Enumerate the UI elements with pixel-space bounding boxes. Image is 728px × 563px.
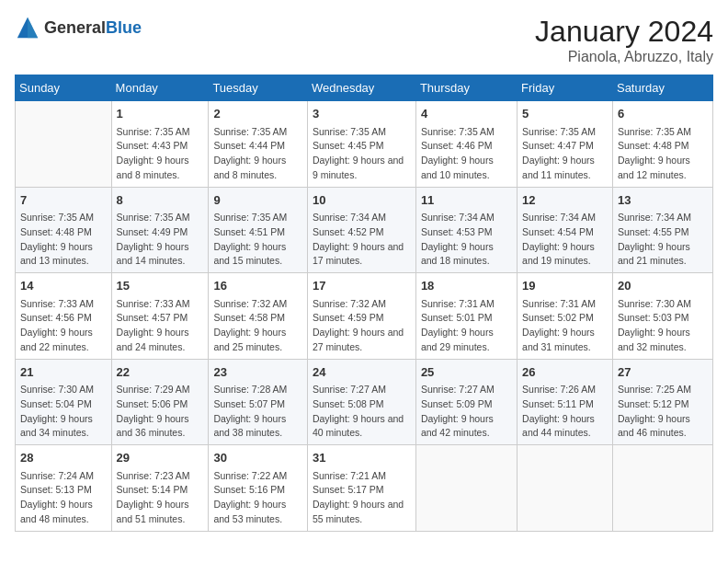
calendar-cell: 18Sunrise: 7:31 AMSunset: 5:01 PMDayligh… — [415, 273, 517, 360]
calendar-cell: 1Sunrise: 7:35 AMSunset: 4:43 PMDaylight… — [111, 101, 209, 188]
day-info: Sunrise: 7:35 AMSunset: 4:45 PMDaylight:… — [313, 125, 411, 183]
calendar-cell: 2Sunrise: 7:35 AMSunset: 4:44 PMDaylight… — [209, 101, 308, 188]
day-info: Sunrise: 7:32 AMSunset: 4:59 PMDaylight:… — [313, 297, 411, 355]
day-info: Sunrise: 7:34 AMSunset: 4:55 PMDaylight:… — [618, 211, 708, 269]
calendar-cell: 6Sunrise: 7:35 AMSunset: 4:48 PMDaylight… — [612, 101, 712, 188]
calendar-cell: 28Sunrise: 7:24 AMSunset: 5:13 PMDayligh… — [16, 445, 112, 532]
day-info: Sunrise: 7:26 AMSunset: 5:11 PMDaylight:… — [522, 383, 608, 441]
day-number: 3 — [313, 105, 411, 123]
day-number: 1 — [117, 105, 204, 123]
weekday-header-row: SundayMondayTuesdayWednesdayThursdayFrid… — [16, 75, 713, 101]
day-number: 17 — [313, 277, 411, 295]
weekday-header-saturday: Saturday — [612, 75, 712, 101]
location-title: Pianola, Abruzzo, Italy — [535, 49, 713, 65]
day-number: 24 — [313, 363, 411, 382]
day-number: 28 — [20, 449, 107, 467]
calendar-cell: 17Sunrise: 7:32 AMSunset: 4:59 PMDayligh… — [307, 273, 415, 360]
day-info: Sunrise: 7:35 AMSunset: 4:51 PMDaylight:… — [213, 211, 302, 269]
day-info: Sunrise: 7:33 AMSunset: 4:56 PMDaylight:… — [20, 297, 107, 355]
calendar-cell: 29Sunrise: 7:23 AMSunset: 5:14 PMDayligh… — [111, 445, 209, 532]
day-number: 16 — [213, 277, 302, 295]
day-info: Sunrise: 7:28 AMSunset: 5:07 PMDaylight:… — [213, 383, 302, 441]
calendar-cell: 4Sunrise: 7:35 AMSunset: 4:46 PMDaylight… — [415, 101, 517, 188]
logo-text-general: General — [44, 18, 106, 37]
calendar-cell: 5Sunrise: 7:35 AMSunset: 4:47 PMDaylight… — [518, 101, 613, 188]
day-info: Sunrise: 7:33 AMSunset: 4:57 PMDaylight:… — [117, 297, 204, 355]
calendar-cell: 26Sunrise: 7:26 AMSunset: 5:11 PMDayligh… — [518, 359, 613, 445]
day-number: 14 — [20, 277, 107, 295]
calendar-cell: 23Sunrise: 7:28 AMSunset: 5:07 PMDayligh… — [209, 359, 308, 445]
calendar-cell: 10Sunrise: 7:34 AMSunset: 4:52 PMDayligh… — [307, 187, 415, 273]
day-number: 29 — [117, 449, 204, 467]
day-info: Sunrise: 7:35 AMSunset: 4:43 PMDaylight:… — [117, 125, 204, 183]
calendar-cell — [415, 445, 517, 532]
day-number: 5 — [522, 105, 608, 123]
day-info: Sunrise: 7:29 AMSunset: 5:06 PMDaylight:… — [117, 383, 204, 441]
calendar-week-row: 1Sunrise: 7:35 AMSunset: 4:43 PMDaylight… — [16, 101, 713, 188]
day-number: 19 — [522, 277, 608, 295]
day-number: 23 — [213, 363, 302, 382]
calendar-cell: 30Sunrise: 7:22 AMSunset: 5:16 PMDayligh… — [209, 445, 308, 532]
calendar-cell: 11Sunrise: 7:34 AMSunset: 4:53 PMDayligh… — [415, 187, 517, 273]
weekday-header-thursday: Thursday — [415, 75, 517, 101]
calendar-cell: 16Sunrise: 7:32 AMSunset: 4:58 PMDayligh… — [209, 273, 308, 360]
svg-marker-1 — [28, 17, 38, 38]
day-info: Sunrise: 7:24 AMSunset: 5:13 PMDaylight:… — [20, 469, 107, 527]
day-info: Sunrise: 7:35 AMSunset: 4:47 PMDaylight:… — [522, 125, 608, 183]
calendar-cell: 25Sunrise: 7:27 AMSunset: 5:09 PMDayligh… — [415, 359, 517, 445]
calendar-cell: 3Sunrise: 7:35 AMSunset: 4:45 PMDaylight… — [307, 101, 415, 188]
day-info: Sunrise: 7:25 AMSunset: 5:12 PMDaylight:… — [618, 383, 708, 441]
day-number: 7 — [20, 191, 107, 210]
logo: GeneralBlue — [15, 15, 142, 40]
day-info: Sunrise: 7:27 AMSunset: 5:09 PMDaylight:… — [421, 383, 512, 441]
logo-icon — [15, 15, 40, 40]
weekday-header-friday: Friday — [518, 75, 613, 101]
weekday-header-sunday: Sunday — [16, 75, 112, 101]
day-number: 20 — [618, 277, 708, 295]
calendar-cell: 21Sunrise: 7:30 AMSunset: 5:04 PMDayligh… — [16, 359, 112, 445]
day-info: Sunrise: 7:31 AMSunset: 5:01 PMDaylight:… — [421, 297, 512, 355]
calendar-cell: 12Sunrise: 7:34 AMSunset: 4:54 PMDayligh… — [518, 187, 613, 273]
weekday-header-tuesday: Tuesday — [209, 75, 308, 101]
month-title: January 2024 — [535, 15, 713, 49]
calendar-cell — [518, 445, 613, 532]
day-number: 30 — [213, 449, 302, 467]
day-number: 22 — [117, 363, 204, 382]
day-number: 8 — [117, 191, 204, 210]
day-number: 13 — [618, 191, 708, 210]
calendar-cell: 20Sunrise: 7:30 AMSunset: 5:03 PMDayligh… — [612, 273, 712, 360]
day-number: 18 — [421, 277, 512, 295]
calendar-cell: 24Sunrise: 7:27 AMSunset: 5:08 PMDayligh… — [307, 359, 415, 445]
day-number: 31 — [313, 449, 411, 467]
weekday-header-wednesday: Wednesday — [307, 75, 415, 101]
day-number: 10 — [313, 191, 411, 210]
day-number: 26 — [522, 363, 608, 382]
calendar-cell: 19Sunrise: 7:31 AMSunset: 5:02 PMDayligh… — [518, 273, 613, 360]
title-block: January 2024 Pianola, Abruzzo, Italy — [535, 15, 713, 65]
calendar-cell: 31Sunrise: 7:21 AMSunset: 5:17 PMDayligh… — [307, 445, 415, 532]
day-info: Sunrise: 7:30 AMSunset: 5:03 PMDaylight:… — [618, 297, 708, 355]
calendar-week-row: 14Sunrise: 7:33 AMSunset: 4:56 PMDayligh… — [16, 273, 713, 360]
day-info: Sunrise: 7:31 AMSunset: 5:02 PMDaylight:… — [522, 297, 608, 355]
calendar-cell: 9Sunrise: 7:35 AMSunset: 4:51 PMDaylight… — [209, 187, 308, 273]
day-info: Sunrise: 7:23 AMSunset: 5:14 PMDaylight:… — [117, 469, 204, 527]
day-number: 2 — [213, 105, 302, 123]
calendar-cell — [612, 445, 712, 532]
day-info: Sunrise: 7:35 AMSunset: 4:44 PMDaylight:… — [213, 125, 302, 183]
day-info: Sunrise: 7:34 AMSunset: 4:53 PMDaylight:… — [421, 211, 512, 269]
day-info: Sunrise: 7:34 AMSunset: 4:54 PMDaylight:… — [522, 211, 608, 269]
weekday-header-monday: Monday — [111, 75, 209, 101]
calendar-cell: 15Sunrise: 7:33 AMSunset: 4:57 PMDayligh… — [111, 273, 209, 360]
calendar-cell: 7Sunrise: 7:35 AMSunset: 4:48 PMDaylight… — [16, 187, 112, 273]
day-number: 21 — [20, 363, 107, 382]
calendar-week-row: 21Sunrise: 7:30 AMSunset: 5:04 PMDayligh… — [16, 359, 713, 445]
calendar-cell: 8Sunrise: 7:35 AMSunset: 4:49 PMDaylight… — [111, 187, 209, 273]
calendar-cell: 22Sunrise: 7:29 AMSunset: 5:06 PMDayligh… — [111, 359, 209, 445]
calendar-cell: 14Sunrise: 7:33 AMSunset: 4:56 PMDayligh… — [16, 273, 112, 360]
day-number: 27 — [618, 363, 708, 382]
calendar-cell: 13Sunrise: 7:34 AMSunset: 4:55 PMDayligh… — [612, 187, 712, 273]
day-info: Sunrise: 7:30 AMSunset: 5:04 PMDaylight:… — [20, 383, 107, 441]
day-info: Sunrise: 7:35 AMSunset: 4:48 PMDaylight:… — [618, 125, 708, 183]
day-info: Sunrise: 7:21 AMSunset: 5:17 PMDaylight:… — [313, 469, 411, 527]
day-number: 15 — [117, 277, 204, 295]
